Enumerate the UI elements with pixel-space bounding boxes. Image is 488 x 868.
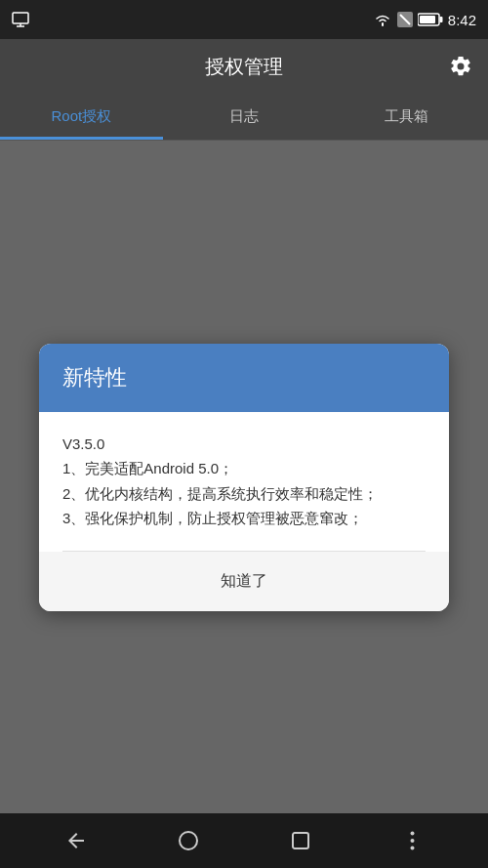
home-icon [177,829,200,852]
app-bar: 授权管理 [0,39,488,94]
tab-root[interactable]: Root授权 [0,94,163,140]
wifi-icon [373,12,392,27]
gear-icon [449,55,472,78]
svg-rect-9 [293,833,308,848]
status-bar-left [12,0,29,39]
svg-point-11 [411,839,415,843]
nav-recents-button[interactable] [277,817,324,864]
dialog-body: V3.5.01、完美适配Android 5.0；2、优化内核结构，提高系统执行效… [39,412,449,551]
tab-bar: Root授权 日志 工具箱 [0,94,488,141]
svg-rect-7 [420,16,435,23]
back-icon [64,829,88,852]
dialog-content: V3.5.01、完美适配Android 5.0；2、优化内核结构，提高系统执行效… [62,432,426,531]
dialog-confirm-button[interactable]: 知道了 [205,567,283,596]
status-bar: 8:42 [0,0,488,39]
svg-rect-6 [439,17,442,22]
nav-more-button[interactable] [389,817,436,864]
dialog-footer: 知道了 [39,552,449,611]
recents-icon [291,831,310,850]
more-icon [410,831,415,850]
tab-log[interactable]: 日志 [163,94,326,140]
screen-icon [12,12,29,27]
app-bar-title: 授权管理 [205,54,283,80]
signal-icon [397,12,413,27]
svg-rect-0 [13,13,28,23]
tab-toolbox[interactable]: 工具箱 [325,94,488,140]
status-icons: 8:42 [373,12,476,28]
dialog-card: 新特性 V3.5.01、完美适配Android 5.0；2、优化内核结构，提高系… [39,344,449,611]
status-time: 8:42 [448,12,476,28]
settings-button[interactable] [449,55,472,78]
dialog-title: 新特性 [62,365,127,390]
nav-bar [0,813,488,868]
dialog-header: 新特性 [39,344,449,412]
svg-point-10 [411,832,415,836]
main-content: 新特性 V3.5.01、完美适配Android 5.0；2、优化内核结构，提高系… [0,141,488,813]
battery-icon [418,13,443,26]
nav-home-button[interactable] [165,817,212,864]
svg-point-12 [411,847,415,850]
nav-back-button[interactable] [53,817,100,864]
svg-point-8 [180,832,197,849]
